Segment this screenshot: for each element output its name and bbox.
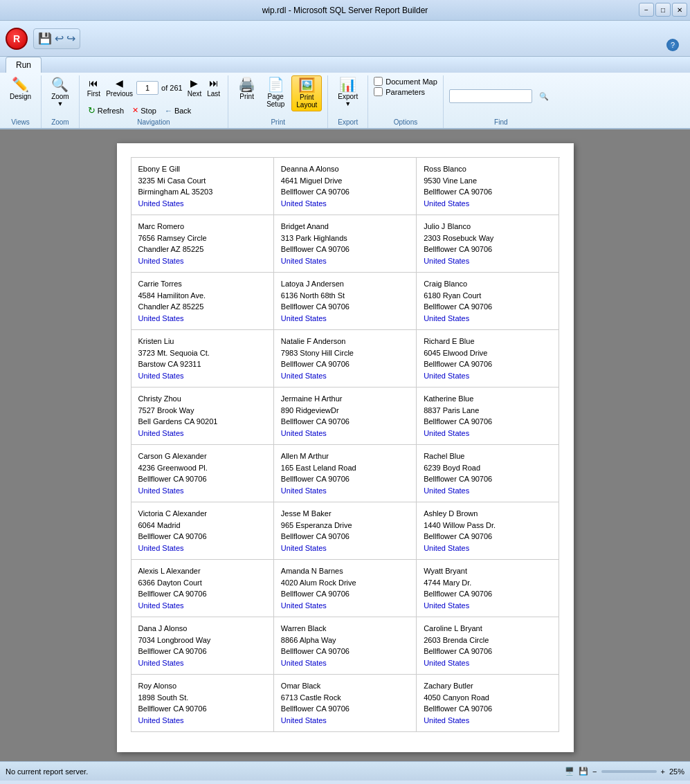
address-name: Deanna A Alonso	[281, 163, 409, 175]
page-setup-button[interactable]: 📄 PageSetup	[262, 75, 289, 110]
address-name: Katherine Blue	[424, 393, 552, 405]
address-street: 4050 Canyon Road	[424, 692, 552, 704]
address-city: Bellflower CA 90706	[424, 244, 552, 255]
restore-button[interactable]: □	[655, 3, 671, 17]
address-cell: Omar Black 6713 Castle Rock Bellflower C…	[274, 675, 417, 732]
refresh-icon: ↻	[88, 105, 96, 116]
back-button[interactable]: ← Back	[162, 105, 194, 116]
first-label: First	[87, 90, 100, 98]
undo-quick-button[interactable]: ↩	[55, 32, 64, 45]
address-cell: Kristen Liu 3723 Mt. Sequoia Ct. Barstow…	[131, 330, 274, 388]
find-group: 🔍 Find	[444, 75, 559, 128]
print-label: Print	[239, 93, 254, 100]
status-bar: No current report server. 🖥️ 💾 − + 25%	[0, 761, 690, 781]
zoom-plus-button[interactable]: +	[661, 767, 665, 776]
address-country: United States	[281, 198, 409, 210]
address-country: United States	[281, 255, 409, 267]
next-button[interactable]: ▶ Next	[185, 75, 204, 100]
redo-quick-button[interactable]: ↪	[66, 32, 75, 45]
address-name: Zachary Butler	[424, 680, 552, 692]
address-name: Carrie Torres	[138, 278, 266, 290]
main-content-area: Ebony E Gill 3235 Mi Casa Court Birmingh…	[0, 129, 690, 761]
address-country: United States	[281, 657, 409, 669]
export-icon: 📊	[339, 78, 356, 91]
export-label: Export	[338, 93, 358, 100]
stop-button[interactable]: ✕ Stop	[129, 104, 159, 116]
address-country: United States	[424, 600, 552, 612]
address-street: 4641 Miguel Drive	[281, 175, 409, 187]
options-buttons: Document Map Parameters	[374, 75, 437, 117]
find-button[interactable]: 🔍	[535, 90, 553, 103]
address-country: United States	[281, 428, 409, 439]
address-cell: Warren Black 8866 Alpha Way Bellflower C…	[274, 617, 417, 675]
first-button[interactable]: ⏮ First	[85, 75, 102, 100]
address-city: Bellflower CA 90706	[424, 703, 552, 715]
views-buttons: ✏️ Design	[6, 75, 35, 117]
print-icon: 🖨️	[238, 78, 255, 91]
address-country: United States	[424, 370, 552, 382]
zoom-slider[interactable]	[601, 770, 657, 773]
address-city: Chandler AZ 85225	[138, 301, 266, 313]
zoom-dropdown-icon: ▼	[57, 100, 63, 107]
address-country: United States	[138, 255, 266, 267]
zoom-button[interactable]: 🔍 Zoom ▼	[47, 75, 73, 109]
stop-label: Stop	[140, 107, 156, 115]
ribbon: ✏️ Design Views 🔍 Zoom ▼ Zoom ⏮ First	[0, 73, 690, 129]
address-city: Bellflower CA 90706	[424, 301, 552, 313]
address-cell: Deanna A Alonso 4641 Miguel Drive Bellfl…	[274, 158, 417, 215]
address-street: 7656 Ramsey Circle	[138, 233, 266, 244]
export-button[interactable]: 📊 Export ▼	[334, 75, 362, 109]
refresh-label: Refresh	[98, 107, 125, 115]
parameters-checkbox[interactable]	[374, 87, 383, 96]
parameters-option[interactable]: Parameters	[374, 87, 437, 96]
address-cell: Jesse M Baker 965 Esperanza Drive Bellfl…	[274, 502, 417, 560]
address-city: Bellflower CA 90706	[281, 646, 409, 657]
address-country: United States	[424, 715, 552, 727]
address-country: United States	[424, 485, 552, 497]
last-button[interactable]: ⏭ Last	[205, 75, 222, 100]
address-city: Bellflower CA 90706	[281, 473, 409, 485]
first-icon: ⏮	[89, 78, 98, 89]
views-group-label: Views	[11, 118, 30, 128]
address-street: 7983 Stony Hill Circle	[281, 347, 409, 359]
stop-icon: ✕	[132, 106, 138, 115]
document-map-option[interactable]: Document Map	[374, 77, 437, 86]
zoom-minus-button[interactable]: −	[592, 767, 597, 776]
title-bar: wip.rdl - Microsoft SQL Server Report Bu…	[0, 0, 690, 21]
export-group: 📊 Export ▼ Export	[328, 75, 368, 128]
address-cell: Carson G Alexander 4236 Greenwood Pl. Be…	[131, 445, 274, 502]
document-map-label: Document Map	[385, 78, 437, 86]
address-country: United States	[424, 428, 552, 439]
address-street: 965 Esperanza Drive	[281, 520, 409, 531]
find-input[interactable]	[449, 89, 532, 103]
print-group-label: Print	[271, 118, 285, 128]
design-icon: ✏️	[12, 78, 29, 91]
address-city: Bellflower CA 90706	[281, 416, 409, 428]
print-layout-button[interactable]: 🖼️ PrintLayout	[291, 75, 322, 111]
refresh-button[interactable]: ↻ Refresh	[85, 104, 127, 117]
address-street: 8866 Alpha Way	[281, 635, 409, 646]
page-number-input[interactable]: 1	[136, 81, 158, 95]
save-quick-button[interactable]: 💾	[38, 32, 52, 45]
window-title: wip.rdl - Microsoft SQL Server Report Bu…	[262, 6, 428, 15]
address-country: United States	[424, 313, 552, 325]
address-cell: Dana J Alonso 7034 Longbrood Way Bellflo…	[131, 617, 274, 675]
print-button[interactable]: 🖨️ Print	[234, 75, 260, 102]
close-button[interactable]: ✕	[672, 3, 687, 17]
print-group: 🖨️ Print 📄 PageSetup 🖼️ PrintLayout Prin…	[228, 75, 328, 128]
run-tab[interactable]: Run	[6, 57, 42, 73]
status-message: No current report server.	[6, 767, 88, 776]
previous-button[interactable]: ◀ Previous	[104, 75, 135, 100]
help-button[interactable]: ?	[666, 39, 679, 51]
address-city: Bell Gardens CA 90201	[138, 416, 266, 428]
tab-area: Run	[0, 57, 690, 73]
address-name: Natalie F Anderson	[281, 336, 409, 347]
address-name: Wyatt Bryant	[424, 565, 552, 577]
minimize-button[interactable]: −	[639, 3, 654, 17]
address-city: Bellflower CA 90706	[424, 186, 552, 198]
design-button[interactable]: ✏️ Design	[6, 75, 35, 102]
last-label: Last	[207, 90, 220, 98]
of-pages-label: of 261	[160, 84, 184, 92]
address-city: Bellflower CA 90706	[424, 358, 552, 370]
document-map-checkbox[interactable]	[374, 77, 383, 86]
